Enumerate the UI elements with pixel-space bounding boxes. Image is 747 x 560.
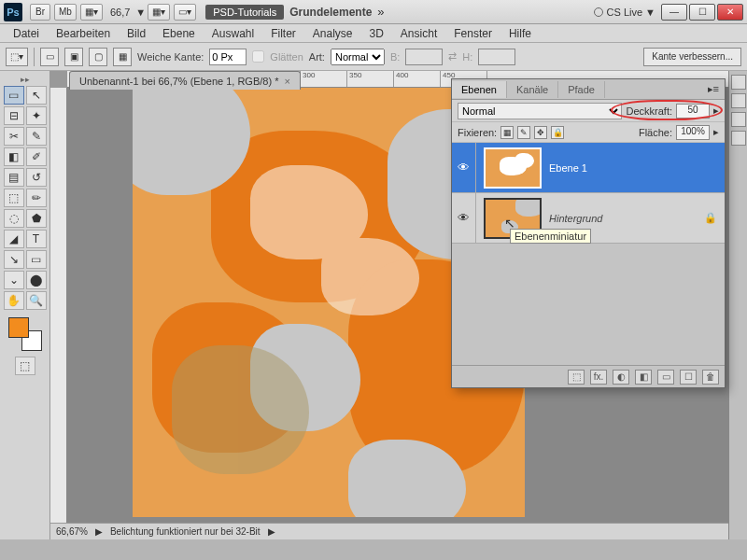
- lock-pixels-icon[interactable]: ✎: [517, 126, 530, 139]
- cslive-button[interactable]: CS Live ▼: [594, 7, 655, 18]
- tool-blur[interactable]: ◌: [4, 209, 24, 228]
- layer-row-hintergrund[interactable]: 👁 Hintergrund 🔒 ↖ Ebenenminiatur: [452, 193, 725, 244]
- tool-hand[interactable]: ✋: [4, 291, 24, 310]
- feather-input[interactable]: [209, 49, 247, 65]
- tool-heal[interactable]: ◧: [4, 147, 24, 166]
- status-arrow-r[interactable]: ▶: [268, 526, 275, 537]
- tab-kanaele[interactable]: Kanäle: [507, 81, 558, 98]
- panel-menu-icon[interactable]: ▸≡: [702, 83, 725, 95]
- tab-close-icon[interactable]: ×: [284, 76, 289, 87]
- tool-preset-icon[interactable]: ⬚▾: [6, 48, 28, 66]
- width-label: B:: [390, 51, 400, 63]
- tool-dodge[interactable]: ⬟: [26, 209, 47, 228]
- tool-lasso[interactable]: ⊟: [4, 106, 24, 125]
- arrange-button[interactable]: ▦▾: [148, 4, 170, 21]
- window-maximize-button[interactable]: ☐: [689, 4, 715, 21]
- window-minimize-button[interactable]: —: [661, 4, 687, 21]
- layer-group-icon[interactable]: ▭: [657, 370, 674, 385]
- dock-masks-icon[interactable]: [731, 131, 746, 146]
- dock-swatches-icon[interactable]: [731, 75, 746, 90]
- marquee-sub-icon[interactable]: ▢: [89, 48, 107, 66]
- layers-panel-footer: ⬚ fx. ◐ ◧ ▭ ☐ 🗑: [452, 365, 725, 387]
- fg-color-swatch[interactable]: [8, 317, 29, 338]
- marquee-add-icon[interactable]: ▣: [64, 48, 83, 66]
- tool-type[interactable]: T: [26, 230, 47, 248]
- layer-mask-icon[interactable]: ◐: [613, 370, 629, 385]
- workspace-badge[interactable]: PSD-Tutorials: [205, 5, 284, 20]
- minibridge-button[interactable]: Mb: [54, 4, 77, 21]
- color-swatches[interactable]: [8, 317, 42, 351]
- ruler-vertical[interactable]: [50, 88, 67, 523]
- tool-quickmask[interactable]: ⬚: [15, 357, 35, 375]
- opacity-arrow-icon[interactable]: ▸: [713, 105, 719, 117]
- menu-hilfe[interactable]: Hilfe: [501, 25, 539, 42]
- layer-name[interactable]: Ebene 1: [549, 162, 725, 174]
- workspace-name[interactable]: Grundelemente: [289, 6, 372, 19]
- lock-position-icon[interactable]: ✥: [534, 126, 547, 139]
- bridge-button[interactable]: Br: [30, 4, 50, 21]
- menu-filter[interactable]: Filter: [263, 25, 303, 42]
- zoom-level[interactable]: 66,7: [110, 7, 130, 18]
- lock-transparent-icon[interactable]: ▦: [500, 126, 514, 139]
- delete-layer-icon[interactable]: 🗑: [702, 370, 719, 385]
- menu-bearbeiten[interactable]: Bearbeiten: [49, 25, 118, 42]
- tool-3dcam[interactable]: ⬤: [26, 271, 47, 289]
- tool-move[interactable]: ↖: [26, 86, 47, 105]
- visibility-eye-icon[interactable]: 👁: [452, 143, 476, 192]
- layer-lock-icon: 🔒: [704, 212, 717, 224]
- layer-list-empty[interactable]: [452, 244, 725, 365]
- tool-history[interactable]: ↺: [26, 168, 47, 187]
- viewmode-button[interactable]: ▦▾: [80, 4, 103, 21]
- fill-arrow-icon[interactable]: ▸: [713, 126, 719, 138]
- tool-brush[interactable]: ✐: [26, 147, 47, 166]
- tool-shape[interactable]: ▭: [26, 250, 47, 269]
- screenmode-button[interactable]: ▭▾: [174, 4, 196, 21]
- menu-datei[interactable]: Datei: [6, 25, 47, 42]
- menu-auswahl[interactable]: Auswahl: [204, 25, 261, 42]
- tool-3d[interactable]: ⌄: [4, 271, 24, 289]
- menu-ebene[interactable]: Ebene: [155, 25, 203, 42]
- style-select[interactable]: Normal: [331, 49, 385, 65]
- menu-ansicht[interactable]: Ansicht: [393, 25, 444, 42]
- layer-name[interactable]: Hintergrund: [549, 213, 704, 224]
- link-layers-icon[interactable]: ⬚: [568, 370, 585, 385]
- status-arrow-l[interactable]: ▶: [95, 526, 103, 537]
- menu-3d[interactable]: 3D: [362, 25, 391, 42]
- toolbox-grip-icon[interactable]: ▸▸: [21, 75, 30, 84]
- tool-wand[interactable]: ✦: [26, 106, 47, 125]
- layer-thumbnail[interactable]: [484, 147, 542, 189]
- menu-bild[interactable]: Bild: [120, 25, 153, 42]
- menu-fenster[interactable]: Fenster: [446, 25, 500, 42]
- tool-eyedropper[interactable]: ✎: [26, 127, 47, 146]
- lock-all-icon[interactable]: 🔒: [551, 126, 564, 139]
- dock-styles-icon[interactable]: [731, 93, 746, 108]
- refine-edge-button[interactable]: Kante verbessern...: [643, 48, 741, 66]
- more-chevrons[interactable]: »: [377, 5, 384, 19]
- marquee-rect-icon[interactable]: ▭: [40, 48, 59, 66]
- layer-fx-icon[interactable]: fx.: [590, 370, 607, 385]
- tool-eraser[interactable]: ⬚: [4, 189, 24, 207]
- fill-input[interactable]: 100%: [676, 125, 710, 140]
- window-close-button[interactable]: ✕: [717, 4, 743, 21]
- tool-crop[interactable]: ✂: [4, 127, 24, 146]
- layer-row-ebene1[interactable]: 👁 Ebene 1: [452, 143, 725, 193]
- zoom-arrow[interactable]: ▼: [135, 7, 146, 18]
- adjustment-layer-icon[interactable]: ◧: [635, 370, 652, 385]
- tool-stamp[interactable]: ▤: [4, 168, 24, 187]
- tool-gradient[interactable]: ✏: [26, 189, 47, 207]
- status-zoom[interactable]: 66,67%: [56, 526, 88, 537]
- marquee-intersect-icon[interactable]: ▦: [113, 48, 132, 66]
- blend-mode-select[interactable]: Normal: [458, 103, 622, 119]
- tool-marquee[interactable]: ▭: [4, 86, 24, 105]
- menu-analyse[interactable]: Analyse: [305, 25, 360, 42]
- document-tab[interactable]: Unbenannt-1 bei 66,7% (Ebene 1, RGB/8) *…: [69, 71, 301, 90]
- tab-pfade[interactable]: Pfade: [558, 81, 605, 98]
- tool-pen[interactable]: ◢: [4, 230, 24, 248]
- opacity-input[interactable]: 50: [676, 104, 710, 119]
- dock-adjustments-icon[interactable]: [731, 112, 746, 127]
- tool-path[interactable]: ↘: [4, 250, 24, 269]
- new-layer-icon[interactable]: ☐: [680, 370, 697, 385]
- tool-zoom[interactable]: 🔍: [26, 291, 47, 310]
- tab-ebenen[interactable]: Ebenen: [452, 81, 507, 98]
- visibility-eye-icon[interactable]: 👁: [452, 193, 476, 243]
